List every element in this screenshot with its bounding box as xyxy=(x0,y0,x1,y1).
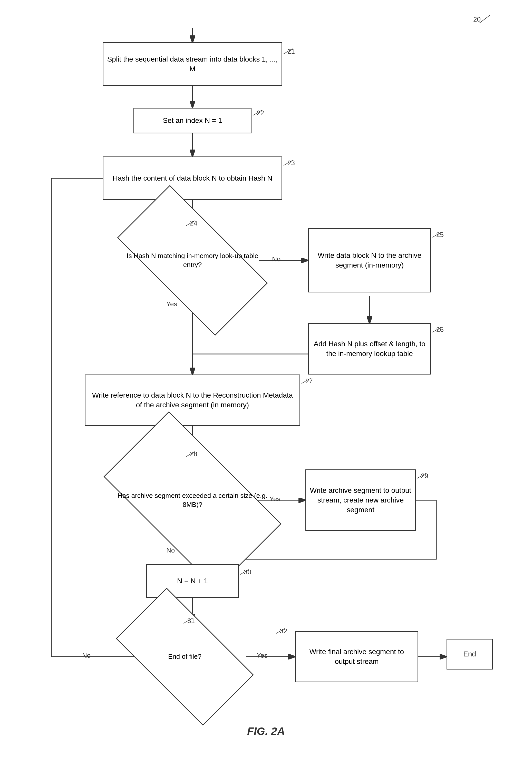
ref-23: 23 xyxy=(287,159,295,167)
ref-29: 29 xyxy=(421,472,428,480)
ref-20: 20 xyxy=(473,16,481,23)
label-yes-24: Yes xyxy=(166,300,177,308)
svg-line-0 xyxy=(479,16,490,23)
node-end: End xyxy=(446,639,493,670)
node-29: Write archive segment to output stream, … xyxy=(305,469,416,531)
node-23: Hash the content of data block N to obta… xyxy=(103,156,282,200)
node-22: Set an index N = 1 xyxy=(133,108,252,133)
label-no-28: No xyxy=(166,546,175,554)
node-30: N = N + 1 xyxy=(146,564,239,598)
node-26: Add Hash N plus offset & length, to the … xyxy=(308,323,431,374)
ref-24: 24 xyxy=(190,219,197,227)
node-27: Write reference to data block N to the R… xyxy=(85,374,300,426)
label-yes-31: Yes xyxy=(257,652,267,660)
label-no-24: No xyxy=(272,255,280,263)
ref-26: 26 xyxy=(436,326,444,334)
ref-32: 32 xyxy=(280,627,287,635)
ref-28: 28 xyxy=(190,450,197,458)
figure-caption: FIG. 2A xyxy=(0,725,532,738)
ref-27: 27 xyxy=(305,377,313,385)
flowchart-diagram: 20 xyxy=(0,0,532,758)
ref-21: 21 xyxy=(287,48,295,55)
node-24: Is Hash N matching in-memory look-up tab… xyxy=(123,223,262,297)
ref-25: 25 xyxy=(436,231,444,239)
node-25: Write data block N to the archive segmen… xyxy=(308,228,431,293)
node-28: Has archive segment exceeded a certain s… xyxy=(113,454,272,546)
ref-22: 22 xyxy=(257,109,264,117)
label-no-31: No xyxy=(82,652,90,660)
ref-31: 31 xyxy=(187,617,195,625)
ref-30: 30 xyxy=(244,568,251,576)
node-21: Split the sequential data stream into da… xyxy=(103,42,282,86)
node-32: Write final archive segment to output st… xyxy=(295,631,418,682)
node-31: End of file? xyxy=(123,621,246,693)
